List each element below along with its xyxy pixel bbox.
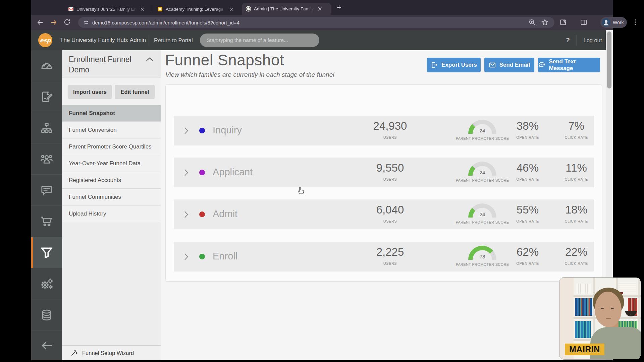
tab-title: Admin | The University Family bbox=[254, 6, 314, 11]
stage-users: 6,040USERS bbox=[357, 203, 424, 223]
sidebar-item-funnel-snapshot[interactable]: Funnel Snapshot bbox=[62, 105, 161, 122]
sidebar-item-messages[interactable] bbox=[31, 175, 62, 206]
divider bbox=[576, 35, 577, 46]
export-users-button[interactable]: Export Users bbox=[427, 58, 481, 72]
expand-chevron-icon[interactable] bbox=[184, 169, 189, 177]
sidebar-item-hierarchy[interactable] bbox=[31, 113, 62, 143]
extensions-icon[interactable] bbox=[559, 18, 567, 26]
bookmark-star-icon[interactable] bbox=[541, 18, 549, 26]
browser-tab-academy[interactable]: Academy Training: Leverage bbox=[154, 3, 238, 15]
import-users-button[interactable]: Import users bbox=[68, 85, 112, 99]
funnel-title-text: Enrollment Funnel Demo bbox=[69, 55, 131, 74]
close-icon[interactable] bbox=[317, 6, 323, 12]
expand-chevron-icon[interactable] bbox=[184, 253, 189, 261]
stage-users: 2,225USERS bbox=[357, 246, 424, 265]
sidebar-collapse-button[interactable] bbox=[31, 331, 62, 360]
back-icon[interactable] bbox=[36, 18, 44, 26]
sidebar-item-pps-quartiles[interactable]: Parent Promoter Score Quartiles bbox=[62, 139, 161, 155]
send-email-label: Send Email bbox=[499, 62, 530, 68]
gauge-arc: 24 bbox=[468, 203, 496, 218]
browser-profile-chip[interactable]: Work bbox=[600, 17, 627, 28]
funnel-setup-wizard-button[interactable]: Funnel Setup Wizard bbox=[62, 345, 161, 360]
site-settings-icon[interactable] bbox=[83, 19, 89, 25]
gauge-arc: 78 bbox=[468, 246, 496, 260]
avatar bbox=[602, 18, 610, 27]
stage-users: 9,550USERS bbox=[357, 162, 424, 181]
mouse-cursor bbox=[297, 186, 305, 195]
stage-open-rate: 46%OPEN RATE bbox=[506, 162, 549, 181]
address-bar[interactable]: demo16.campusesp.com/admin/enrollment/fu… bbox=[78, 17, 554, 28]
stage-name: Applicant bbox=[213, 167, 253, 178]
books bbox=[619, 282, 636, 294]
browser-tab-gmail[interactable]: University's Jun '25 Family En bbox=[65, 3, 150, 15]
stage-open-rate: 38%OPEN RATE bbox=[506, 120, 549, 139]
logout-button[interactable]: Log out bbox=[579, 30, 606, 50]
send-email-button[interactable]: Send Email bbox=[484, 58, 534, 72]
person bbox=[601, 308, 604, 309]
feature-search-input[interactable]: Start typing the name of a feature... bbox=[200, 34, 319, 47]
close-icon[interactable] bbox=[140, 6, 145, 12]
search-placeholder: Start typing the name of a feature... bbox=[207, 37, 288, 43]
campusesp-logo[interactable]: esp bbox=[38, 33, 52, 47]
webcam-overlay: MAIRIN bbox=[559, 278, 641, 359]
page-subtitle: View which families are currently in eac… bbox=[165, 71, 334, 78]
gauge-arc: 24 bbox=[468, 162, 496, 176]
edit-funnel-button[interactable]: Edit funnel bbox=[115, 85, 155, 99]
stage-dot bbox=[199, 254, 205, 259]
sidebar-item-users[interactable] bbox=[31, 144, 62, 175]
sidebar-item-dashboard[interactable] bbox=[31, 50, 62, 81]
sidebar-item-data[interactable] bbox=[31, 300, 62, 330]
browser-tab-admin-active[interactable]: Admin | The University Family bbox=[242, 3, 331, 15]
sidebar-item-commerce[interactable] bbox=[31, 206, 62, 237]
wizard-label: Funnel Setup Wizard bbox=[82, 350, 134, 356]
browser-tab-strip: University's Jun '25 Family En Academy T… bbox=[31, 0, 613, 15]
send-text-message-button[interactable]: SMS Send Text Message bbox=[538, 58, 600, 72]
stage-click-rate: 11%CLICK RATE bbox=[554, 162, 598, 181]
return-to-portal-link[interactable]: Return to Portal bbox=[154, 30, 193, 50]
zoom-in-icon[interactable] bbox=[528, 18, 536, 26]
wand-icon bbox=[71, 350, 77, 356]
sidebar-item-funnels-active[interactable] bbox=[31, 237, 62, 268]
expand-chevron-icon[interactable] bbox=[184, 127, 189, 135]
chevron-up-icon[interactable] bbox=[146, 57, 153, 62]
help-button[interactable]: ? bbox=[564, 30, 572, 50]
stage-open-rate: 62%OPEN RATE bbox=[506, 246, 549, 265]
app-title: The University Family Hub: Admin bbox=[60, 30, 146, 50]
funnel-row-enroll: Enroll 2,225USERS 78 PARENT PROMOTER SCO… bbox=[174, 242, 594, 272]
gauge-arc: 24 bbox=[468, 120, 496, 134]
new-tab-button[interactable] bbox=[336, 5, 342, 10]
sidebar-item-funnel-conversion[interactable]: Funnel Conversion bbox=[62, 122, 161, 138]
export-users-label: Export Users bbox=[441, 62, 477, 68]
profile-label: Work bbox=[613, 20, 624, 25]
send-text-message-label: Send Text Message bbox=[549, 58, 600, 72]
sidebar-item-upload-history[interactable]: Upload History bbox=[62, 206, 161, 222]
speaker-name-tag: MAIRIN bbox=[565, 344, 604, 355]
books bbox=[576, 284, 591, 294]
stage-dot bbox=[199, 170, 205, 175]
sidebar-item-settings[interactable] bbox=[31, 268, 62, 299]
sidebar-item-registered-accounts[interactable]: Registered Accounts bbox=[62, 172, 161, 189]
stage-click-rate: 22%CLICK RATE bbox=[554, 246, 598, 265]
sidebar-item-posts[interactable] bbox=[31, 81, 62, 112]
scrollbar-thumb[interactable] bbox=[607, 32, 611, 88]
close-icon[interactable] bbox=[229, 6, 234, 12]
reload-icon[interactable] bbox=[63, 18, 71, 26]
main-content: Funnel Snapshot View which families are … bbox=[161, 50, 606, 360]
expand-chevron-icon[interactable] bbox=[184, 210, 189, 219]
tab-title: Academy Training: Leverage bbox=[166, 7, 226, 12]
sidebar-item-funnel-communities[interactable]: Funnel Communities bbox=[62, 189, 161, 205]
sidebar-item-yoy-funnel-data[interactable]: Year-Over-Year Funnel Data bbox=[62, 156, 161, 172]
forward-icon[interactable] bbox=[50, 18, 58, 26]
tab-title: University's Jun '25 Family En bbox=[76, 7, 137, 12]
funnel-row-admit: Admit 6,040USERS 24 PARENT PROMOTER SCOR… bbox=[174, 199, 594, 229]
funnel-snapshot-card: Currently viewing Fall 2025 Inquiry 24,9… bbox=[165, 84, 602, 282]
stage-open-rate: 55%OPEN RATE bbox=[506, 203, 549, 223]
browser-menu-icon[interactable] bbox=[632, 18, 639, 26]
stage-dot bbox=[199, 212, 205, 217]
person bbox=[595, 292, 622, 327]
funnel-title[interactable]: Enrollment Funnel Demo bbox=[62, 50, 161, 77]
side-panel-icon[interactable] bbox=[580, 18, 588, 26]
icon-sidebar bbox=[31, 50, 62, 360]
person bbox=[606, 318, 611, 319]
funnel-row-inquiry: Inquiry 24,930USERS 24 PARENT PROMOTER S… bbox=[174, 116, 594, 145]
